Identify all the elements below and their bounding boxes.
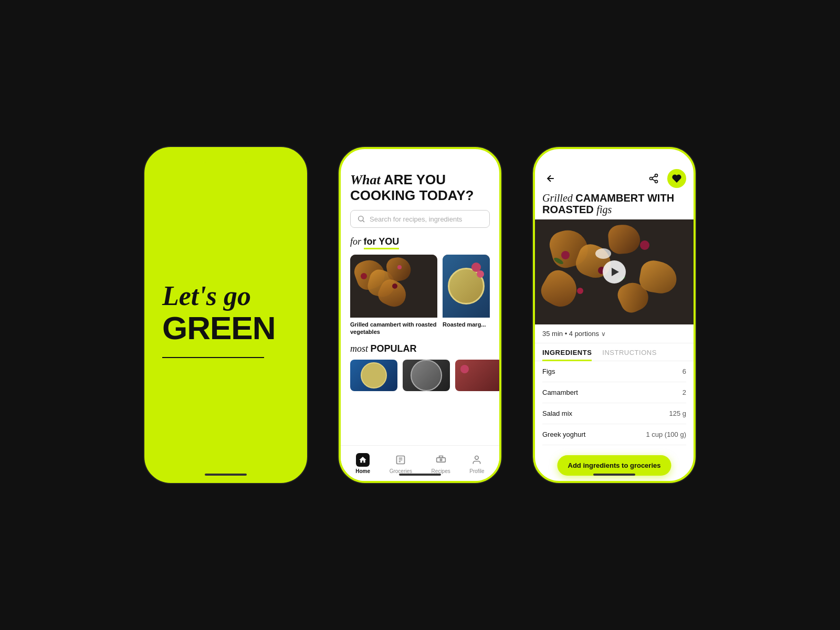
- nav-recipes[interactable]: Recipes: [432, 453, 450, 474]
- ingredient-name-yoghurt: Greek yoghurt: [542, 430, 585, 438]
- home-indicator-3: [593, 474, 635, 476]
- most-popular-label: most POPULAR: [350, 343, 490, 354]
- tab-ingredients[interactable]: INGREDIENTS: [542, 343, 592, 361]
- ingredient-row-salad: Salad mix 125 g: [542, 403, 686, 424]
- svg-point-7: [475, 456, 479, 459]
- svg-point-10: [655, 180, 658, 183]
- share-button[interactable]: [645, 170, 662, 187]
- notch-1: [197, 149, 255, 163]
- recipe-hero-image: [535, 219, 694, 324]
- popular-card-3[interactable]: [455, 360, 499, 391]
- favorite-button[interactable]: [667, 169, 686, 188]
- home-heading: What ARE YOU COOKING TODAY?: [350, 172, 490, 203]
- chevron-down-icon[interactable]: ∨: [601, 330, 606, 338]
- nav-groceries[interactable]: Groceries: [390, 453, 412, 474]
- ingredient-name-camambert: Camambert: [542, 388, 578, 396]
- popular-card-2[interactable]: [403, 360, 450, 391]
- nav-recipes-label: Recipes: [432, 468, 450, 474]
- recipe-card-2[interactable]: Roasted marg...: [443, 255, 490, 336]
- ingredient-row-camambert: Camambert 2: [542, 382, 686, 403]
- svg-point-6: [440, 459, 442, 460]
- nav-home[interactable]: Home: [355, 453, 370, 474]
- search-icon: [357, 215, 365, 223]
- recipe-card-1-caption: Grilled camambert with roasted vegetable…: [350, 321, 437, 336]
- notch-2: [391, 149, 449, 163]
- svg-point-9: [650, 177, 653, 180]
- recipe-card-1-image: [350, 255, 437, 318]
- home-content: What ARE YOU COOKING TODAY? Search for r…: [341, 167, 499, 445]
- svg-line-1: [363, 220, 364, 222]
- splash-content: Let's go GREEN: [146, 149, 305, 481]
- svg-point-8: [655, 174, 658, 177]
- recipe-cards: Grilled camambert with roasted vegetable…: [350, 255, 490, 336]
- ingredient-name-figs: Figs: [542, 368, 555, 375]
- home-icon: [356, 453, 370, 467]
- add-groceries-button[interactable]: Add ingredients to groceries: [558, 455, 671, 476]
- ingredient-qty-camambert: 2: [682, 388, 686, 396]
- home-screen: What ARE YOU COOKING TODAY? Search for r…: [341, 149, 499, 481]
- popular-card-1[interactable]: [350, 360, 397, 391]
- phone-splash: Let's go GREEN: [144, 147, 307, 483]
- ingredient-qty-yoghurt: 1 cup (100 g): [646, 430, 686, 438]
- ingredient-row-figs: Figs 6: [542, 361, 686, 382]
- recipe-title-italic1: Grilled: [542, 192, 573, 204]
- svg-line-11: [652, 179, 655, 181]
- for-you-label: for for YOU: [350, 236, 490, 249]
- ingredient-name-salad: Salad mix: [542, 410, 572, 417]
- heading-italic: What: [350, 172, 381, 187]
- recipe-screen: Grilled CAMAMBERT WITH ROASTED figs: [535, 149, 694, 481]
- recipes-icon: [434, 453, 448, 467]
- phone-home: What ARE YOU COOKING TODAY? Search for r…: [339, 147, 501, 483]
- tab-instructions[interactable]: INSTRUCTIONS: [602, 343, 657, 361]
- recipe-card-2-image: [443, 255, 490, 318]
- popular-cards: [350, 360, 490, 391]
- svg-point-0: [359, 216, 363, 221]
- splash-line2: GREEN: [162, 312, 289, 344]
- splash-divider: [162, 357, 264, 358]
- splash-line1: Let's go: [162, 282, 289, 310]
- nav-groceries-label: Groceries: [390, 468, 412, 474]
- recipe-title: Grilled CAMAMBERT WITH ROASTED figs: [535, 192, 694, 219]
- recipe-title-italic2: figs: [596, 204, 612, 215]
- recipe-tabs: INGREDIENTS INSTRUCTIONS: [535, 343, 694, 361]
- nav-home-label: Home: [355, 468, 370, 474]
- play-button[interactable]: [603, 260, 626, 284]
- phone-recipe: Grilled CAMAMBERT WITH ROASTED figs: [533, 147, 696, 483]
- search-placeholder: Search for recipes, ingredients: [370, 215, 462, 223]
- recipe-meta: 35 min • 4 portions ∨: [535, 324, 694, 343]
- home-indicator-1: [205, 474, 247, 476]
- home-indicator-2: [399, 474, 441, 476]
- play-icon: [612, 268, 619, 276]
- recipe-card-1[interactable]: Grilled camambert with roasted vegetable…: [350, 255, 437, 336]
- search-bar[interactable]: Search for recipes, ingredients: [350, 210, 490, 228]
- ingredient-qty-figs: 6: [682, 368, 686, 375]
- svg-line-12: [652, 176, 655, 177]
- ingredient-qty-salad: 125 g: [669, 410, 686, 417]
- notch-3: [585, 149, 643, 163]
- back-button[interactable]: [542, 170, 559, 187]
- ingredients-list: Figs 6 Camambert 2 Salad mix 125 g Greek…: [535, 361, 694, 481]
- nav-profile-label: Profile: [469, 468, 484, 474]
- ingredient-row-yoghurt: Greek yoghurt 1 cup (100 g): [542, 424, 686, 445]
- recipe-header-bar: [535, 165, 694, 192]
- recipe-card-2-caption: Roasted marg...: [443, 321, 490, 328]
- groceries-icon: [394, 453, 407, 467]
- recipe-time-portions: 35 min • 4 portions: [542, 330, 599, 338]
- profile-icon: [470, 453, 484, 467]
- nav-profile[interactable]: Profile: [469, 453, 484, 474]
